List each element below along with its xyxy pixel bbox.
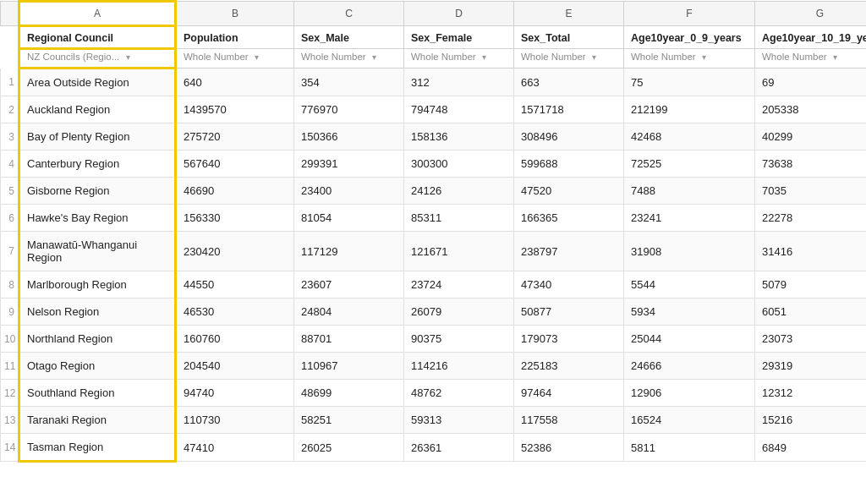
cell-b-11: 204540: [176, 353, 294, 380]
cell-d-3: 158136: [404, 123, 514, 151]
cell-b-10: 160760: [176, 326, 294, 353]
cell-b-13: 110730: [176, 407, 294, 434]
row-number: 4: [1, 151, 19, 178]
cell-e-11: 225183: [514, 353, 624, 380]
field-label-g: Age10year_10_19_years: [762, 32, 866, 44]
cell-b-4: 567640: [176, 151, 294, 178]
table-body: 1Area Outside Region64035431266375692Auc…: [1, 68, 867, 462]
col-letter-a[interactable]: A: [19, 2, 176, 26]
col-letter-c[interactable]: C: [294, 2, 404, 26]
cell-f-6: 23241: [624, 205, 755, 232]
cell-e-8: 47340: [514, 271, 624, 299]
table-row: 12Southland Region9474048699487629746412…: [1, 380, 867, 407]
filter-icon-b[interactable]: ▾: [255, 52, 259, 62]
type-b[interactable]: Whole Number ▾: [176, 49, 294, 68]
cell-c-14: 26025: [294, 434, 404, 462]
cell-d-5: 24126: [404, 178, 514, 205]
cell-b-12: 94740: [176, 380, 294, 407]
table-row: 5Gisborne Region466902340024126475207488…: [1, 178, 867, 205]
table-row: 2Auckland Region143957077697079474815717…: [1, 96, 867, 123]
cell-g-5: 7035: [755, 178, 867, 205]
col-letter-g[interactable]: G: [755, 2, 867, 26]
cell-a-8: Marlborough Region: [19, 271, 176, 299]
cell-b-3: 275720: [176, 123, 294, 151]
type-label-c: Whole Number: [301, 52, 366, 62]
cell-c-10: 88701: [294, 326, 404, 353]
cell-c-5: 23400: [294, 178, 404, 205]
table-row: 3Bay of Plenty Region2757201503661581363…: [1, 123, 867, 151]
type-row: NZ Councils (Regio... ▾ Whole Number ▾ W…: [1, 49, 867, 68]
cell-g-4: 73638: [755, 151, 867, 178]
cell-a-5: Gisborne Region: [19, 178, 176, 205]
field-label-f: Age10year_0_9_years: [631, 32, 742, 44]
filter-icon-c[interactable]: ▾: [372, 52, 376, 62]
cell-e-14: 52386: [514, 434, 624, 462]
type-g[interactable]: Whole Number ▾: [755, 49, 867, 68]
cell-f-11: 24666: [624, 353, 755, 380]
row-number: 2: [1, 96, 19, 123]
row-number: 8: [1, 271, 19, 299]
field-age-0-9: Age10year_0_9_years: [624, 26, 755, 49]
table-row: 8Marlborough Region445502360723724473405…: [1, 271, 867, 299]
cell-f-3: 42468: [624, 123, 755, 151]
type-d[interactable]: Whole Number ▾: [404, 49, 514, 68]
row-num-blank: [1, 26, 19, 49]
cell-a-9: Nelson Region: [19, 299, 176, 326]
cell-e-6: 166365: [514, 205, 624, 232]
row-number: 13: [1, 407, 19, 434]
cell-e-2: 1571718: [514, 96, 624, 123]
col-letter-e[interactable]: E: [514, 2, 624, 26]
cell-c-2: 776970: [294, 96, 404, 123]
cell-b-9: 46530: [176, 299, 294, 326]
table-row: 13Taranaki Region11073058251593131175581…: [1, 407, 867, 434]
col-letter-b[interactable]: B: [176, 2, 294, 26]
filter-icon-g[interactable]: ▾: [833, 52, 837, 62]
cell-c-3: 150366: [294, 123, 404, 151]
cell-c-1: 354: [294, 68, 404, 96]
filter-icon-f[interactable]: ▾: [702, 52, 706, 62]
cell-f-12: 12906: [624, 380, 755, 407]
row-number: 5: [1, 178, 19, 205]
cell-d-12: 48762: [404, 380, 514, 407]
cell-a-14: Tasman Region: [19, 434, 176, 462]
type-label-f: Whole Number: [631, 52, 696, 62]
cell-e-1: 663: [514, 68, 624, 96]
cell-a-10: Northland Region: [19, 326, 176, 353]
cell-d-11: 114216: [404, 353, 514, 380]
filter-icon-d[interactable]: ▾: [482, 52, 486, 62]
filter-icon-a[interactable]: ▾: [126, 52, 130, 62]
type-label-e: Whole Number: [521, 52, 586, 62]
row-number: 9: [1, 299, 19, 326]
type-f[interactable]: Whole Number ▾: [624, 49, 755, 68]
cell-d-9: 26079: [404, 299, 514, 326]
cell-f-8: 5544: [624, 271, 755, 299]
data-table: A B C D E F G Regional Council Populatio…: [0, 0, 866, 504]
type-c[interactable]: Whole Number ▾: [294, 49, 404, 68]
field-population: Population: [176, 26, 294, 49]
cell-d-10: 90375: [404, 326, 514, 353]
type-a[interactable]: NZ Councils (Regio... ▾: [19, 49, 176, 68]
cell-g-6: 22278: [755, 205, 867, 232]
type-e[interactable]: Whole Number ▾: [514, 49, 624, 68]
cell-g-11: 29319: [755, 353, 867, 380]
cell-f-4: 72525: [624, 151, 755, 178]
cell-g-14: 6849: [755, 434, 867, 462]
cell-b-5: 46690: [176, 178, 294, 205]
column-letter-row: A B C D E F G: [1, 2, 867, 26]
cell-c-12: 48699: [294, 380, 404, 407]
col-letter-f[interactable]: F: [624, 2, 755, 26]
cell-b-2: 1439570: [176, 96, 294, 123]
cell-g-7: 31416: [755, 232, 867, 271]
cell-d-1: 312: [404, 68, 514, 96]
cell-a-11: Otago Region: [19, 353, 176, 380]
cell-e-4: 599688: [514, 151, 624, 178]
corner-cell: [1, 2, 19, 26]
table-row: 11Otago Region20454011096711421622518324…: [1, 353, 867, 380]
col-letter-d[interactable]: D: [404, 2, 514, 26]
cell-d-2: 794748: [404, 96, 514, 123]
cell-c-11: 110967: [294, 353, 404, 380]
filter-icon-e[interactable]: ▾: [592, 52, 596, 62]
field-regional-council: Regional Council: [19, 26, 176, 49]
cell-a-3: Bay of Plenty Region: [19, 123, 176, 151]
cell-f-9: 5934: [624, 299, 755, 326]
